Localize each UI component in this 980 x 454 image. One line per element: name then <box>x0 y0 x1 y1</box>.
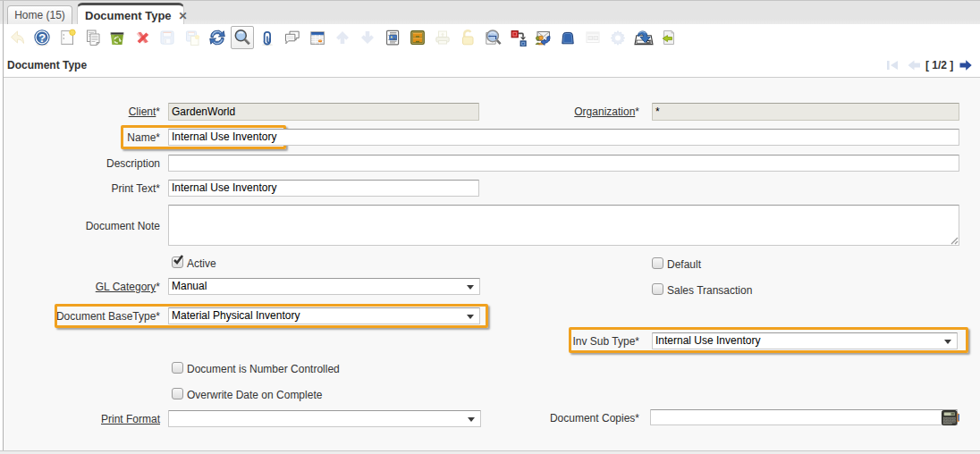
svg-text:?: ? <box>38 31 46 45</box>
